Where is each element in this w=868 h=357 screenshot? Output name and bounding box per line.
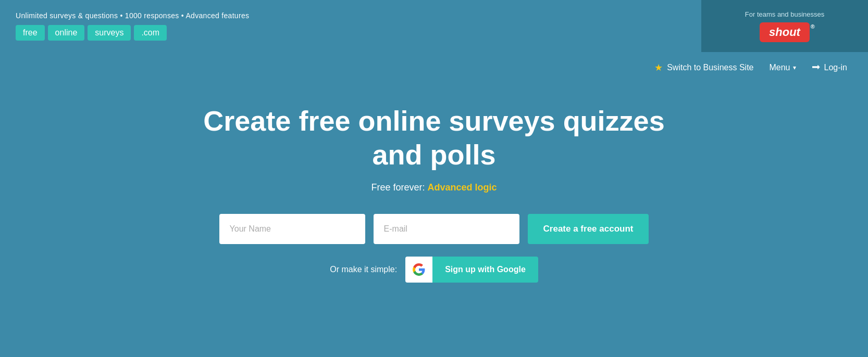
google-signup-section: Or make it simple: Sign up with Google (330, 257, 538, 283)
switch-business-label: Switch to Business Site (667, 63, 753, 72)
logo-section: Unlimited surveys & questions • 1000 res… (0, 0, 265, 52)
logo-tag-online: online (48, 25, 85, 41)
tagline: Unlimited surveys & questions • 1000 res… (16, 11, 249, 20)
login-icon: ⮕ (812, 62, 821, 73)
shout-logo: shout (760, 22, 810, 42)
for-teams-text: For teams and businesses (745, 10, 824, 18)
star-icon: ★ (654, 62, 663, 73)
signup-form: Create a free account (219, 214, 649, 244)
login-button[interactable]: ⮕ Log-in (812, 62, 847, 73)
email-input[interactable] (374, 214, 519, 244)
google-icon (412, 263, 426, 276)
menu-button[interactable]: Menu ▾ (769, 63, 796, 72)
or-simple-label: Or make it simple: (330, 265, 397, 274)
create-account-button[interactable]: Create a free account (528, 214, 649, 244)
logo-tag-surveys: surveys (88, 25, 131, 41)
google-signup-label: Sign up with Google (432, 257, 538, 283)
login-label: Log-in (824, 63, 847, 72)
hero-subtitle: Free forever: Advanced logic (371, 182, 497, 193)
menu-label: Menu (769, 63, 790, 72)
logo-tag-com: .com (134, 25, 167, 41)
nav-bar: ★ Switch to Business Site Menu ▾ ⮕ Log-i… (0, 52, 868, 83)
subtitle-highlight: Advanced logic (428, 182, 497, 193)
hero-section: Create free online surveys quizzes and p… (0, 83, 868, 283)
google-icon-wrapper (405, 257, 432, 283)
name-input[interactable] (219, 214, 365, 244)
chevron-down-icon: ▾ (793, 64, 796, 71)
business-section: For teams and businesses shout (701, 0, 868, 52)
google-signup-button[interactable]: Sign up with Google (405, 257, 538, 283)
top-bar: Unlimited surveys & questions • 1000 res… (0, 0, 868, 52)
switch-business-link[interactable]: ★ Switch to Business Site (654, 62, 753, 73)
logo-tags: free online surveys .com (16, 25, 249, 41)
subtitle-static: Free forever: (371, 182, 425, 193)
logo-tag-free: free (16, 25, 45, 41)
hero-title: Create free online surveys quizzes and p… (200, 104, 668, 172)
